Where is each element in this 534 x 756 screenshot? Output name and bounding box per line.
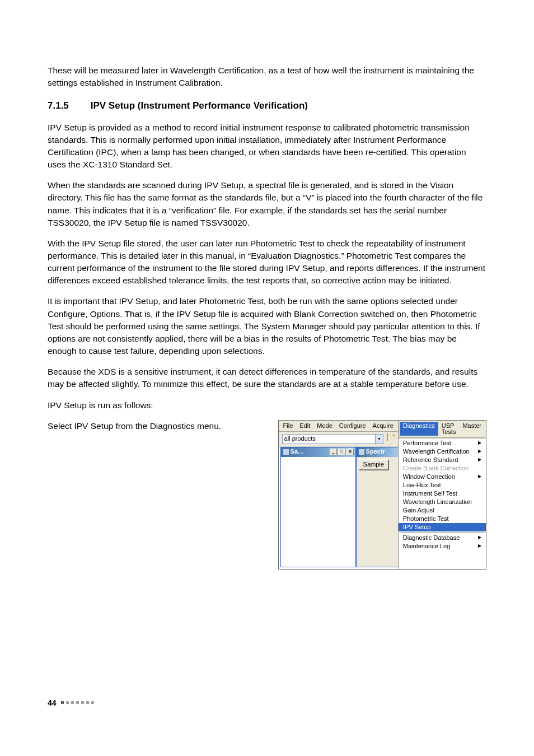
menubar-right: Diagnostics USP Tests Master (399, 421, 486, 438)
menu-item[interactable]: Gain Adjust (399, 506, 486, 515)
submenu-arrow-icon: ▶ (476, 474, 481, 479)
intro-paragraph: These will be measured later in Waveleng… (48, 64, 486, 89)
new-document-icon[interactable] (386, 434, 396, 444)
body-paragraph: IPV Setup is run as follows: (48, 399, 486, 412)
diagnostics-dropdown: Performance Test▶Wavelength Certificatio… (399, 438, 486, 569)
menu-item[interactable]: Instrument Self Test (399, 489, 486, 498)
section-title: IPV Setup (Instrument Performance Verifi… (91, 99, 308, 113)
toolbar-row: all products ▼ (279, 432, 398, 447)
submenu-arrow-icon: ▶ (476, 458, 481, 462)
menu-item-label: Create Blank Correction (403, 465, 481, 472)
menu-item[interactable]: Wavelength Certification▶ (399, 447, 486, 456)
menu-item-label: Maintenance Log (403, 543, 476, 549)
chevron-down-icon[interactable]: ▼ (375, 435, 383, 444)
app-left-pane: File Edit Mode Configure Acquire all pro… (279, 421, 399, 569)
menu-item-label: IPV Setup (403, 524, 481, 530)
menu-item-label: Gain Adjust (403, 507, 481, 514)
menu-item[interactable]: Low-Flux Test (399, 481, 486, 489)
menu-item-label: Diagnostic Database (403, 535, 476, 541)
maximize-icon[interactable]: □ (338, 449, 345, 455)
menu-acquire[interactable]: Acquire (369, 422, 397, 430)
menu-item-label: Reference Standard (403, 457, 476, 463)
subwindow-titlebar: Sa… ‗ □ ✕ (281, 447, 355, 457)
menu-item-label: Performance Test (403, 440, 476, 446)
sample-subwindow: Sa… ‗ □ ✕ (280, 447, 356, 567)
chart-icon (358, 449, 365, 455)
subwindow-body (281, 457, 355, 567)
subwindow-titlebar: Spectr (357, 447, 398, 457)
subwindow-title: Sa… (291, 449, 329, 455)
body-paragraph: It is important that IPV Setup, and late… (48, 295, 486, 357)
sample-button[interactable]: Sample (359, 459, 388, 470)
menu-item[interactable]: Diagnostic Database▶ (399, 534, 486, 542)
menu-diagnostics[interactable]: Diagnostics (400, 422, 438, 436)
menu-item-label: Low-Flux Test (403, 482, 481, 488)
menu-master[interactable]: Master (459, 422, 485, 436)
subwindow-body: Sample (357, 457, 398, 567)
menu-item-label: Wavelength Linearization (403, 499, 481, 505)
menu-configure[interactable]: Configure (336, 422, 369, 430)
menu-item-label: Instrument Self Test (403, 491, 481, 497)
body-paragraph: IPV Setup is provided as a method to rec… (48, 122, 486, 171)
menu-item[interactable]: Wavelength Linearization (399, 498, 486, 506)
menu-item: Create Blank Correction (399, 464, 486, 473)
submenu-arrow-icon: ▶ (476, 544, 481, 548)
body-paragraph: With the IPV Setup file stored, the user… (48, 237, 486, 287)
menu-item-label: Photometric Test (403, 516, 481, 522)
footer-dots (61, 701, 94, 704)
body-paragraph: Select IPV Setup from the Diagnostics me… (48, 420, 273, 432)
menu-mode[interactable]: Mode (313, 422, 336, 430)
menu-item[interactable]: IPV Setup (399, 523, 486, 531)
menu-item[interactable]: Reference Standard▶ (399, 456, 486, 464)
body-paragraph: Because the XDS is a sensitive instrumen… (48, 366, 486, 390)
menu-edit[interactable]: Edit (296, 422, 313, 430)
menubar-left: File Edit Mode Configure Acquire (279, 421, 398, 432)
submenu-arrow-icon: ▶ (476, 535, 481, 540)
app-right-pane: Diagnostics USP Tests Master Performance… (399, 421, 486, 569)
body-paragraph: When the standards are scanned during IP… (48, 179, 486, 229)
section-heading: 7.1.5 IPV Setup (Instrument Performance … (48, 99, 486, 113)
window-icon (283, 449, 289, 455)
submenu-arrow-icon: ▶ (476, 441, 481, 445)
subwindow-title: Spectr (366, 449, 398, 455)
app-screenshot: File Edit Mode Configure Acquire all pro… (278, 420, 486, 570)
section-number: 7.1.5 (48, 99, 88, 113)
page-number: 44 (48, 697, 57, 708)
menu-item-label: Wavelength Certification (403, 449, 476, 455)
menu-item[interactable]: Maintenance Log▶ (399, 542, 486, 550)
submenu-arrow-icon: ▶ (476, 449, 481, 454)
menu-usp-tests[interactable]: USP Tests (438, 422, 460, 436)
minimize-icon[interactable]: ‗ (330, 449, 337, 455)
menu-item-label: Window Correction (403, 474, 476, 480)
combo-text: all products (283, 436, 375, 442)
menu-item[interactable]: Performance Test▶ (399, 439, 486, 447)
menu-file[interactable]: File (280, 422, 297, 430)
product-combo[interactable]: all products ▼ (282, 434, 383, 444)
spectra-subwindow: Spectr Sample (356, 447, 398, 567)
menu-item[interactable]: Photometric Test (399, 515, 486, 523)
close-icon[interactable]: ✕ (346, 449, 354, 455)
menu-item[interactable]: Window Correction▶ (399, 473, 486, 481)
page-footer: 44 (48, 697, 94, 708)
menu-separator (400, 532, 485, 533)
